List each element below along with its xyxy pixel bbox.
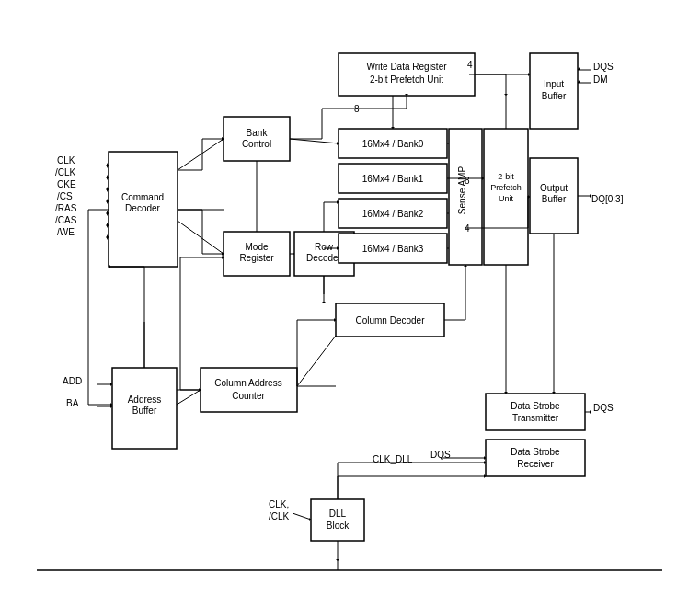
svg-text:Buffer: Buffer [542, 91, 567, 101]
svg-text:Prefetch: Prefetch [490, 183, 522, 192]
svg-text:/CS: /CS [57, 191, 73, 201]
svg-text:Transmitter: Transmitter [512, 413, 559, 423]
svg-text:DQ[0:3]: DQ[0:3] [591, 194, 624, 204]
svg-text:Data Strobe: Data Strobe [511, 401, 560, 411]
svg-rect-45 [486, 394, 585, 430]
svg-text:16Mx4 / Bank2: 16Mx4 / Bank2 [362, 209, 424, 219]
svg-text:Input: Input [544, 79, 564, 89]
svg-text:BA: BA [66, 398, 79, 408]
svg-text:Decoder: Decoder [125, 203, 160, 213]
svg-text:DQS: DQS [593, 62, 614, 72]
svg-rect-39 [201, 368, 297, 412]
svg-text:Receiver: Receiver [517, 459, 554, 469]
svg-text:/CAS: /CAS [55, 215, 77, 225]
svg-text:Buffer: Buffer [132, 406, 157, 416]
svg-text:8: 8 [465, 176, 470, 186]
svg-text:/CLK: /CLK [55, 167, 76, 177]
svg-text:Block: Block [327, 520, 350, 531]
svg-text:Buffer: Buffer [542, 194, 567, 204]
svg-text:16Mx4 / Bank0: 16Mx4 / Bank0 [362, 139, 424, 149]
svg-text:Counter: Counter [232, 391, 265, 401]
svg-text:Command: Command [121, 192, 164, 202]
svg-text:Mode: Mode [245, 242, 268, 252]
svg-text:/WE: /WE [57, 227, 75, 237]
diagram-svg: Command Decoder Bank Control Mode Regist… [0, 0, 700, 594]
svg-text:DQS: DQS [593, 403, 614, 413]
svg-text:Column Address: Column Address [214, 378, 281, 388]
svg-text:Row: Row [315, 242, 334, 252]
svg-text:16Mx4 / Bank3: 16Mx4 / Bank3 [362, 244, 424, 254]
svg-text:CLK: CLK [57, 155, 75, 166]
svg-text:/CLK: /CLK [269, 511, 290, 521]
svg-text:Output: Output [540, 183, 568, 193]
svg-text:Sense AMP: Sense AMP [457, 166, 467, 215]
svg-text:Unit: Unit [499, 194, 514, 203]
svg-text:Register: Register [239, 253, 274, 263]
svg-text:Data Strobe: Data Strobe [511, 447, 560, 457]
svg-text:/RAS: /RAS [55, 203, 77, 213]
svg-text:DLL: DLL [329, 508, 347, 519]
block-diagram: Command Decoder Bank Control Mode Regist… [0, 0, 700, 594]
svg-text:2-bit: 2-bit [498, 172, 514, 181]
svg-text:2-bit Prefetch Unit: 2-bit Prefetch Unit [370, 74, 443, 85]
svg-text:Address: Address [128, 394, 162, 405]
svg-rect-48 [486, 440, 585, 476]
svg-text:CKE: CKE [57, 179, 76, 189]
svg-text:Decoder: Decoder [306, 253, 341, 263]
svg-text:CLK,: CLK, [269, 499, 289, 509]
svg-text:16Mx4 / Bank1: 16Mx4 / Bank1 [362, 174, 424, 184]
svg-text:4: 4 [467, 60, 473, 70]
svg-text:Control: Control [242, 139, 271, 149]
svg-text:DM: DM [593, 74, 608, 85]
svg-text:ADD: ADD [63, 376, 82, 386]
svg-text:Write Data Register: Write Data Register [366, 62, 447, 72]
svg-text:Bank: Bank [247, 128, 269, 138]
svg-text:Column Decoder: Column Decoder [355, 315, 425, 326]
